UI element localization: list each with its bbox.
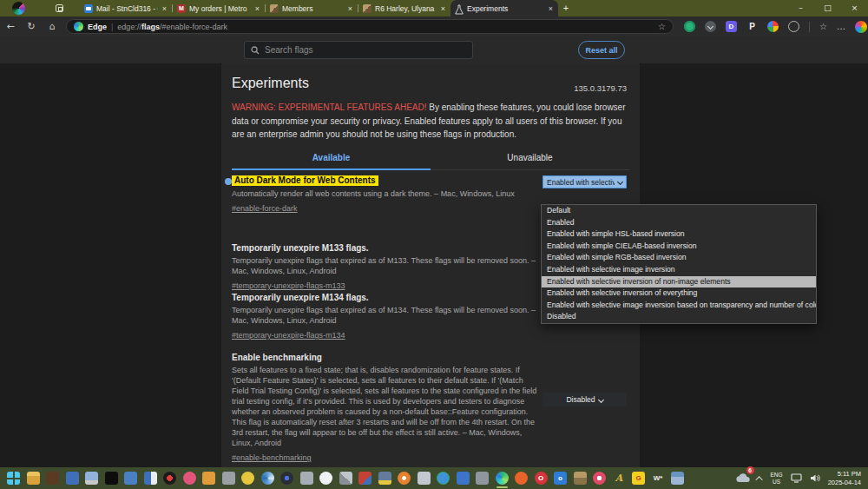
flag-link[interactable]: #temporary-unexpire-flags-m133 [232, 281, 345, 290]
radio-tuner-icon[interactable] [476, 472, 489, 485]
password-manager-icon[interactable] [378, 472, 391, 485]
workspaces-icon[interactable] [56, 4, 63, 12]
dropdown-option[interactable]: Enabled with selective image inversion b… [542, 300, 816, 312]
address-bar[interactable]: Edge | edge://flags/#enable-force-dark ☆ [66, 19, 674, 34]
flag-description: Sets all features to a fixed state; that… [232, 365, 537, 448]
casino-chip-icon[interactable] [593, 472, 606, 485]
tab-title: Members [282, 4, 344, 13]
extension-pinwheel-icon[interactable] [767, 21, 779, 32]
terminal-icon[interactable] [105, 472, 118, 485]
search-input[interactable] [265, 45, 466, 55]
dropdown-option[interactable]: Enabled with selective inversion of non-… [542, 276, 816, 288]
media-app-icon[interactable] [183, 472, 196, 485]
tab-unavailable[interactable]: Unavailable [431, 148, 629, 169]
calculator-icon[interactable] [671, 472, 684, 485]
gamepad-icon[interactable] [300, 472, 313, 485]
w-tool-icon[interactable]: W* [652, 472, 665, 485]
system-monitor-icon[interactable] [85, 472, 98, 485]
minimize-button[interactable]: – [787, 0, 814, 17]
version-label: 135.0.3179.73 [574, 83, 627, 93]
copilot-icon[interactable] [855, 21, 867, 33]
extension-chevron-icon[interactable] [705, 21, 716, 32]
onedrive-icon[interactable]: 6 [736, 471, 750, 486]
tray-chevron-up-icon[interactable] [755, 476, 762, 483]
dropdown-option[interactable]: Enabled [542, 217, 816, 229]
profile-avatar[interactable] [12, 2, 25, 15]
volume-icon[interactable] [810, 473, 820, 483]
dropdown-option[interactable]: Enabled with simple HSL-based inversion [542, 228, 816, 241]
close-icon[interactable]: × [347, 4, 353, 13]
extension-green-icon[interactable] [684, 21, 695, 32]
camera-tool-icon[interactable] [280, 472, 293, 485]
extension-ring-icon[interactable] [788, 21, 799, 32]
browser-essentials-icon[interactable]: ☆ [819, 22, 827, 31]
printer-utility-icon[interactable] [418, 472, 431, 485]
golden-ball-icon[interactable] [241, 472, 254, 485]
modified-dot-icon [225, 178, 232, 185]
paint-bucket-icon[interactable] [457, 472, 470, 485]
globe-sync-icon[interactable] [437, 472, 450, 485]
game-board-icon[interactable] [574, 472, 587, 485]
reset-all-button[interactable]: Reset all [578, 41, 625, 59]
file-search-icon[interactable] [202, 472, 215, 485]
clock[interactable]: 5:11 PM 2025-04-14 [828, 470, 861, 487]
settings-menu-icon[interactable]: … [837, 22, 845, 31]
extension-d-icon[interactable]: D [726, 21, 737, 32]
robot-tool-icon[interactable] [222, 472, 235, 485]
browser-tab-metro[interactable]: M My orders | Metro × [173, 0, 265, 17]
screen-recorder-icon[interactable] [163, 472, 176, 485]
extension-p-icon[interactable]: P [746, 21, 758, 32]
edge-browser-icon[interactable] [496, 472, 509, 485]
back-icon[interactable]: ← [0, 21, 21, 32]
opera-browser-icon[interactable]: O [535, 472, 548, 485]
maximize-button[interactable]: □ [814, 0, 841, 17]
close-icon[interactable]: × [254, 4, 260, 13]
taskbar: OoAGW* 6 ENG US 5:11 PM 2025-04-14 [0, 467, 868, 489]
letter-a-app-icon[interactable]: A [613, 472, 626, 485]
chevron-down-icon [597, 396, 603, 402]
search-box[interactable] [244, 41, 473, 59]
close-icon[interactable]: × [161, 4, 168, 13]
flag-select-disabled[interactable]: Disabled [542, 393, 627, 406]
flag-title: Temporarily unexpire M134 flags. [232, 293, 537, 302]
dropdown-option[interactable]: Disabled [542, 311, 816, 323]
tab-available[interactable]: Available [232, 148, 431, 170]
brave-browser-icon[interactable] [515, 472, 528, 485]
photos-app-icon[interactable] [144, 472, 157, 485]
dropdown-option[interactable]: Enabled with selective inversion of ever… [542, 287, 816, 300]
language-indicator[interactable]: ENG US [771, 472, 783, 485]
browser-tab-members[interactable]: Members × [266, 0, 358, 17]
repair-tool-icon[interactable] [358, 472, 372, 485]
browser-tab-harley[interactable]: R6 Harley, Ulyana (2025) #5 - Pag × [358, 0, 450, 17]
home-icon[interactable]: ⌂ [42, 21, 62, 32]
print-queue-icon[interactable] [66, 472, 79, 485]
flag-link[interactable]: #temporary-unexpire-flags-m134 [232, 331, 345, 340]
stylus-pen-icon[interactable] [339, 472, 352, 485]
remote-device-icon[interactable] [124, 472, 137, 485]
outlook-mail-icon[interactable]: o [554, 472, 567, 485]
dosbox-icon[interactable] [46, 472, 59, 485]
dropdown-option[interactable]: Enabled with simple CIELAB-based inversi… [542, 241, 816, 253]
dropdown-option[interactable]: Enabled with simple RGB-based inversion [542, 252, 816, 264]
windows-start-icon[interactable] [7, 472, 20, 485]
notification-badge: 6 [746, 466, 754, 474]
flag-select-open[interactable]: Enabled with selective [542, 175, 627, 188]
dropdown-option[interactable]: Default [542, 205, 816, 217]
browser-tab-outlook[interactable]: Mail - StnCld316 - Outlook × [80, 0, 172, 17]
flag-link[interactable]: #enable-benchmarking [232, 453, 312, 462]
g-tool-icon[interactable]: G [632, 472, 645, 485]
favorite-star-icon[interactable]: ☆ [658, 22, 666, 31]
close-icon[interactable]: × [440, 4, 446, 13]
flag-link[interactable]: #enable-force-dark [232, 204, 298, 213]
sync-tool-icon[interactable] [319, 472, 332, 485]
refresh-icon[interactable]: ↻ [21, 21, 42, 32]
browser-tab-experiments-active[interactable]: Experiments × [450, 0, 558, 17]
blue-globe-icon[interactable] [261, 472, 274, 485]
file-explorer-icon[interactable] [27, 472, 40, 485]
dropdown-option[interactable]: Enabled with selective image inversion [542, 264, 816, 276]
new-tab-button[interactable]: + [558, 0, 574, 17]
display-tray-icon[interactable] [791, 473, 802, 483]
close-icon[interactable]: × [548, 4, 554, 13]
window-close-button[interactable]: × [841, 0, 868, 17]
help-lifebuoy-icon[interactable] [398, 472, 411, 485]
